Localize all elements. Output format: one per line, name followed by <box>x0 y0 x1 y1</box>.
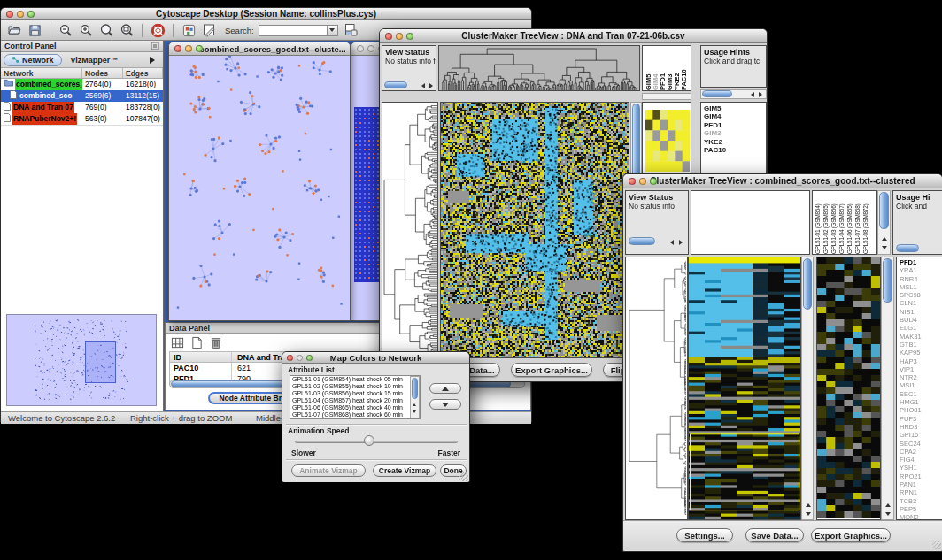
gene-label[interactable]: TCB3 <box>900 497 942 505</box>
gene-label[interactable]: SEC1 <box>900 390 942 398</box>
attribute-item[interactable]: GPL51-07 (GSM868) heat shock 60 min <box>290 411 420 418</box>
scroll-up-icon[interactable] <box>806 503 811 507</box>
column-label[interactable]: YKE2 <box>673 46 680 90</box>
tab-overflow-icon[interactable] <box>150 57 158 64</box>
network-column-header[interactable]: Network <box>1 68 82 78</box>
create-vizmap-button[interactable]: Create Vizmap <box>373 464 436 477</box>
gene-label[interactable]: PEP5 <box>900 505 942 513</box>
resize-grip[interactable] <box>459 472 468 481</box>
scroll-right-icon[interactable] <box>429 83 433 88</box>
view-status-scrollbar[interactable] <box>629 237 655 245</box>
row-label[interactable]: GIM5 <box>704 104 766 112</box>
network-list-row[interactable]: DNA and Tran 07769(0)183728(0) <box>1 102 163 113</box>
network-overview-canvas[interactable] <box>7 315 156 405</box>
zoom-fit-icon[interactable] <box>119 22 135 38</box>
minimize-button[interactable] <box>185 45 192 52</box>
attribute-list[interactable]: GPL51-01 (GSM854) heat shock 05 minGPL51… <box>290 375 421 419</box>
scroll-left-icon[interactable] <box>751 92 754 97</box>
row-label[interactable]: PFD1 <box>704 121 766 129</box>
scroll-down-icon[interactable] <box>413 410 416 413</box>
vizmapper-icon[interactable] <box>181 22 197 38</box>
gene-label[interactable]: PAN1 <box>900 480 942 488</box>
close-button[interactable] <box>6 11 13 18</box>
row-dendrogram-canvas[interactable] <box>382 103 437 357</box>
gene-label[interactable]: YRA1 <box>900 266 942 274</box>
minimize-button[interactable] <box>297 355 303 361</box>
row-dendrogram-canvas[interactable] <box>626 257 687 519</box>
close-button[interactable] <box>287 355 293 361</box>
row-label[interactable]: GIM4 <box>704 112 766 120</box>
column-label[interactable]: GPL51-01 (GSM854) <box>815 191 822 254</box>
gene-label[interactable]: GTB1 <box>900 341 942 349</box>
close-button[interactable] <box>174 45 181 52</box>
resize-grip[interactable] <box>932 541 941 549</box>
view-status-scrollbar[interactable] <box>384 81 407 88</box>
column-labels-hscrollbar[interactable] <box>642 93 691 100</box>
move-down-button[interactable] <box>429 399 461 410</box>
global-heatmap-canvas[interactable] <box>689 257 800 519</box>
network-list-row[interactable]: combined_scores_2764(0)16218(0) <box>1 79 163 90</box>
column-label[interactable]: GIM3 <box>666 46 673 90</box>
float-panel-icon[interactable] <box>151 42 159 50</box>
gene-label[interactable]: HRD3 <box>900 423 942 431</box>
column-label[interactable]: GIM5 <box>645 46 652 90</box>
minimize-button[interactable] <box>639 178 646 185</box>
save-data-button[interactable]: Save Data... <box>745 528 804 542</box>
gene-label[interactable]: VIP1 <box>900 365 942 373</box>
scroll-down-icon[interactable] <box>806 512 811 516</box>
zoom-heatmap-canvas[interactable] <box>817 257 880 518</box>
global-vscrollbar[interactable] <box>801 257 814 520</box>
column-labels-vscrollbar[interactable] <box>877 190 891 255</box>
gene-label[interactable]: SEC24 <box>900 440 942 448</box>
scroll-right-icon[interactable] <box>759 92 762 97</box>
dialog-titlebar[interactable]: Map Colors to Network <box>282 352 469 364</box>
column-label[interactable]: GPL51-07 (GSM868) <box>854 191 862 254</box>
column-dendrogram-panel[interactable] <box>691 190 810 255</box>
export-graphics-button[interactable]: Export Graphics... <box>811 528 891 542</box>
network1-titlebar[interactable]: combined_scores_good.txt--cluste... <box>169 42 350 56</box>
column-label[interactable]: PAC10 <box>680 46 687 90</box>
network-list-row[interactable]: RNAPuberNov2+!563(0)107847(0) <box>1 113 163 125</box>
search-dropdown[interactable] <box>328 25 338 36</box>
column-label[interactable]: GPL51-04 (GSM857) <box>838 191 846 254</box>
scroll-left-icon[interactable] <box>421 83 425 88</box>
gene-label[interactable]: MAK31 <box>900 333 942 341</box>
network-canvas-1[interactable] <box>169 56 350 320</box>
gene-label[interactable]: PUF3 <box>900 415 942 423</box>
gene-label[interactable]: CLN1 <box>900 299 942 307</box>
scroll-up-icon[interactable] <box>882 237 887 241</box>
export-graphics-button[interactable]: Export Graphics... <box>511 363 592 377</box>
network-list-row[interactable]: combined_sco2569(6)13112(15) <box>1 90 163 102</box>
heatmap-canvas[interactable] <box>441 103 629 357</box>
gene-label[interactable]: PHO81 <box>900 406 942 414</box>
minimize-button[interactable] <box>396 33 403 40</box>
gene-label[interactable]: RNR4 <box>900 275 942 283</box>
attribute-item[interactable]: GPL51-03 (GSM856) heat shock 15 min <box>290 390 420 397</box>
scroll-right-icon[interactable] <box>679 240 683 245</box>
attribute-browser-icon[interactable] <box>343 22 359 38</box>
gene-label[interactable]: PFD1 <box>900 258 942 266</box>
treeview2-titlebar[interactable]: ClusterMaker TreeView : combined_scores_… <box>623 174 942 188</box>
network-column-header[interactable]: Nodes <box>82 68 123 78</box>
row-label[interactable]: YKE2 <box>704 138 766 146</box>
gene-label[interactable]: GPI16 <box>900 431 942 439</box>
help-icon[interactable] <box>150 22 166 38</box>
summary-matrix-canvas[interactable] <box>645 110 690 172</box>
scroll-left-icon[interactable] <box>670 240 674 245</box>
scroll-down-icon[interactable] <box>885 512 891 516</box>
gene-label[interactable]: FIG4 <box>900 456 942 464</box>
gene-label[interactable]: SPC98 <box>900 291 942 299</box>
attribute-item[interactable]: GPL51-01 (GSM854) heat shock 05 min <box>290 376 420 383</box>
open-icon[interactable] <box>6 22 22 38</box>
settings-button[interactable]: Settings... <box>676 528 733 542</box>
column-label[interactable]: GPL51-08 (GSM872) <box>862 191 870 254</box>
attribute-item[interactable]: GPL51-06 (GSM865) heat shock 40 min <box>290 404 420 411</box>
tab-network[interactable]: Network <box>4 54 62 66</box>
gene-label[interactable]: MSL1 <box>900 283 942 291</box>
gene-label[interactable]: NIS1 <box>900 308 942 316</box>
zoom-selected-icon[interactable] <box>98 22 114 38</box>
slider-thumb[interactable] <box>364 435 374 446</box>
gene-label[interactable]: RPN1 <box>900 488 942 496</box>
save-icon[interactable] <box>27 22 42 38</box>
zoom-button[interactable] <box>306 355 313 361</box>
